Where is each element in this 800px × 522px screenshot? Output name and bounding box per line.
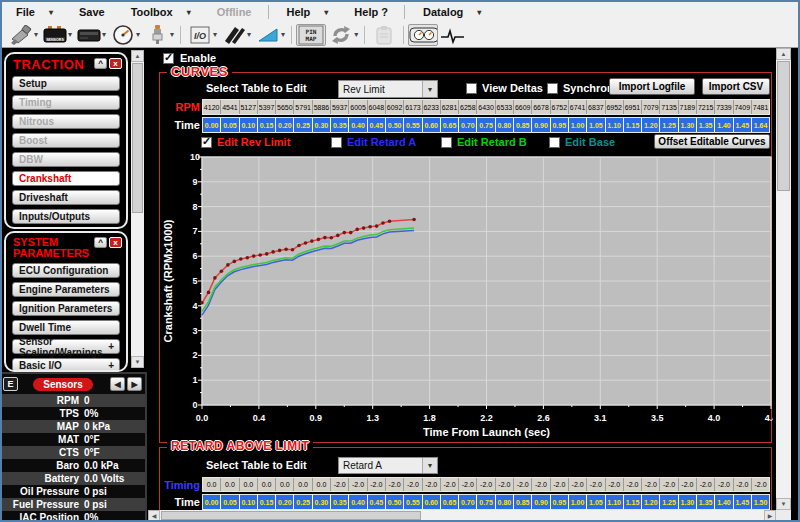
time-cell[interactable]: 1.15 <box>624 495 642 509</box>
time-cell[interactable]: 0.75 <box>477 118 495 132</box>
gauge-icon[interactable] <box>108 23 138 47</box>
time-cell[interactable]: 0.55 <box>404 118 422 132</box>
time-cell[interactable]: 1.35 <box>697 495 715 509</box>
collapse-icon[interactable]: ^ <box>94 237 107 248</box>
time-cell[interactable]: 0.60 <box>423 118 441 132</box>
time-cell[interactable]: 1.20 <box>642 495 660 509</box>
time-cell[interactable]: 0.05 <box>221 495 239 509</box>
belt-icon[interactable] <box>219 23 249 47</box>
time-cell[interactable]: 0.85 <box>514 495 532 509</box>
timing-cell[interactable]: 0.0 <box>258 478 276 491</box>
rpm-cell[interactable]: 6952 <box>606 100 624 114</box>
rpm-cell[interactable]: 5127 <box>240 100 258 114</box>
rpm-cell[interactable]: 7079 <box>642 100 660 114</box>
time-cell[interactable]: 0.30 <box>313 495 331 509</box>
rpm-cell[interactable]: 6430 <box>477 100 495 114</box>
time-cell[interactable]: 1.40 <box>715 118 733 132</box>
sidebar-item-ignition-parameters[interactable]: Ignition Parameters <box>12 301 120 316</box>
horizontal-scrollbar[interactable]: ◀ ▶ <box>148 510 776 521</box>
rpm-cell[interactable]: 6609 <box>514 100 532 114</box>
menu-save[interactable]: Save <box>65 4 117 20</box>
chevron-down-icon[interactable]: ▾ <box>247 30 251 39</box>
time-cell[interactable]: 0.50 <box>386 495 404 509</box>
time-cell[interactable]: 0.65 <box>441 495 459 509</box>
time-cell[interactable]: 1.30 <box>679 118 697 132</box>
sidebar-item-crankshaft[interactable]: Crankshaft <box>12 171 120 186</box>
timing-cell[interactable]: -2.0 <box>624 478 642 491</box>
sidebar-item-dwell-time[interactable]: Dwell Time <box>12 320 120 335</box>
time-cell[interactable]: 0.95 <box>551 118 569 132</box>
sidebar-item-driveshaft[interactable]: Driveshaft <box>12 190 120 205</box>
timing-cell[interactable]: -2.0 <box>606 478 624 491</box>
timing-cell[interactable]: -2.0 <box>368 478 386 491</box>
rpm-cell[interactable]: 7135 <box>660 100 678 114</box>
time-cell[interactable]: 0.65 <box>441 118 459 132</box>
fan-icon[interactable] <box>253 23 283 47</box>
sync-axes-checkbox[interactable] <box>547 83 558 94</box>
timing-cell[interactable]: -2.0 <box>496 478 514 491</box>
rpm-cell[interactable]: 4120 <box>203 100 221 114</box>
sidebar-item-engine-parameters[interactable]: Engine Parameters <box>12 282 120 297</box>
timing-cell[interactable]: -2.0 <box>349 478 367 491</box>
time-cell[interactable]: 1.64 <box>752 118 769 132</box>
sidebar-item-basic-i-o[interactable]: Basic I/O+ <box>12 358 120 372</box>
rpm-cell[interactable]: 6258 <box>459 100 477 114</box>
scroll-up-icon[interactable]: ▲ <box>776 48 791 60</box>
time-cell[interactable]: 0.10 <box>240 118 258 132</box>
chevron-down-icon[interactable]: ▾ <box>422 81 437 97</box>
chevron-down-icon[interactable]: ▾ <box>34 30 38 39</box>
time-cell[interactable]: 0.10 <box>240 495 258 509</box>
time-cell[interactable]: 0.60 <box>423 495 441 509</box>
menu-datalog[interactable]: Datalog▾ <box>409 4 493 20</box>
time-cell[interactable]: 0.25 <box>294 495 312 509</box>
time-cell[interactable]: 0.30 <box>313 118 331 132</box>
time-cell[interactable]: 0.20 <box>276 495 294 509</box>
main-vertical-scrollbar[interactable]: ▲ ▼ <box>776 48 791 510</box>
time-cell[interactable]: 0.40 <box>349 495 367 509</box>
time-cell[interactable]: 0.25 <box>294 118 312 132</box>
injector-icon[interactable] <box>6 23 36 47</box>
time-cell[interactable]: 0.05 <box>221 118 239 132</box>
time-cell[interactable]: 0.00 <box>203 495 221 509</box>
scroll-down-icon[interactable]: ▼ <box>131 356 144 368</box>
rpm-cell[interactable]: 7409 <box>734 100 752 114</box>
timing-cell[interactable]: -2.0 <box>679 478 697 491</box>
io-icon[interactable]: I/O <box>185 23 215 47</box>
timing-cell[interactable]: -2.0 <box>386 478 404 491</box>
time-cell[interactable]: 0.15 <box>258 118 276 132</box>
time-cell[interactable]: 1.05 <box>587 495 605 509</box>
timing-cell[interactable]: 0.0 <box>276 478 294 491</box>
chevron-down-icon[interactable]: ▾ <box>102 30 106 39</box>
sidebar-item-boost[interactable]: Boost <box>12 133 120 148</box>
timing-cell[interactable]: -2.0 <box>569 478 587 491</box>
main-scroll-thumb[interactable] <box>777 61 790 191</box>
time-cell[interactable]: 0.70 <box>459 495 477 509</box>
timing-cell[interactable]: -2.0 <box>642 478 660 491</box>
rpm-cell[interactable]: 5937 <box>331 100 349 114</box>
timing-cell[interactable]: -2.0 <box>551 478 569 491</box>
time-cell[interactable]: 0.55 <box>404 495 422 509</box>
timing-cell[interactable]: -2.0 <box>660 478 678 491</box>
time-cell[interactable]: 0.35 <box>331 118 349 132</box>
scroll-right-icon[interactable]: ▶ <box>764 510 776 521</box>
sidebar-item-ecu-configuration[interactable]: ECU Configuration <box>12 263 120 278</box>
timing-cell[interactable]: 0.0 <box>240 478 258 491</box>
timing-cell[interactable]: -2.0 <box>715 478 733 491</box>
chevron-down-icon[interactable]: ▾ <box>213 30 217 39</box>
retard-table-select[interactable]: Retard A ▾ <box>338 457 438 474</box>
time-cell[interactable]: 1.15 <box>624 118 642 132</box>
timing-cell[interactable]: 0.0 <box>313 478 331 491</box>
rpm-cell[interactable]: 4541 <box>221 100 239 114</box>
import-csv-button[interactable]: Import CSV <box>702 78 770 95</box>
rpm-cell[interactable]: 6837 <box>587 100 605 114</box>
menu-help[interactable]: Help ? <box>340 4 400 20</box>
chevron-down-icon[interactable]: ▾ <box>68 30 72 39</box>
sensors-expand-button[interactable]: E <box>3 377 18 391</box>
rpm-cell[interactable]: 5791 <box>294 100 312 114</box>
rpm-cell[interactable]: 6048 <box>368 100 386 114</box>
sidebar-scrollbar[interactable]: ▲ ▼ <box>131 50 144 368</box>
offset-curves-button[interactable]: Offset Editable Curves <box>654 134 770 149</box>
gauges-icon[interactable] <box>408 24 438 46</box>
rpm-cell[interactable]: 6173 <box>404 100 422 114</box>
time-cell[interactable]: 1.00 <box>569 495 587 509</box>
